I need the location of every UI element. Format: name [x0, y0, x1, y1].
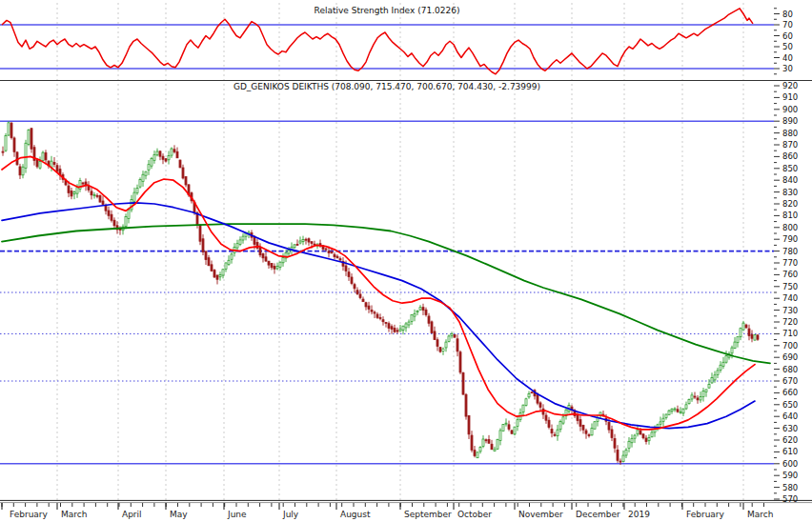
candle-body	[499, 431, 501, 441]
candle-body	[202, 239, 204, 252]
x-axis-label: August	[340, 510, 371, 519]
candle-body	[562, 417, 564, 423]
candle-body	[754, 334, 756, 340]
candle-body	[668, 411, 670, 414]
candle-body	[394, 329, 396, 332]
x-axis-label: February	[10, 510, 49, 519]
candle-body	[577, 415, 579, 420]
candle-body	[153, 154, 155, 160]
price-axis-label: 740	[782, 293, 798, 303]
x-axis-label: December	[576, 510, 620, 519]
candle-body	[334, 254, 335, 256]
candle-body	[145, 171, 147, 175]
candle-body	[551, 430, 553, 433]
candle-body	[171, 149, 173, 155]
x-axis-label: March	[747, 510, 773, 519]
candle-body	[700, 397, 701, 400]
price-axis-label: 860	[782, 151, 798, 161]
candle-body	[522, 405, 524, 412]
candle-body	[242, 236, 244, 240]
candle-body	[165, 159, 167, 161]
candle-body	[133, 192, 135, 201]
price-axis-label: 640	[782, 412, 798, 421]
candle-body	[68, 186, 70, 192]
candle-body	[136, 189, 138, 193]
candle-body	[474, 451, 476, 456]
candle-body	[139, 179, 141, 187]
candle-body	[434, 331, 436, 339]
candle-body	[216, 275, 218, 279]
candle-body	[491, 444, 493, 450]
rsi-axis-label: 40	[782, 53, 793, 63]
candle-body	[594, 422, 596, 430]
price-axis-label: 580	[782, 483, 798, 492]
candle-body	[5, 135, 7, 151]
candle-body	[22, 167, 24, 175]
candle-body	[294, 245, 295, 248]
rsi-axis-label: 70	[782, 20, 793, 30]
x-axis-label: November	[518, 510, 563, 519]
candle-body	[545, 415, 547, 420]
price-axis-label: 760	[782, 270, 798, 279]
rsi-line	[2, 9, 753, 74]
x-axis-label: April	[122, 510, 142, 519]
rsi-axis-label: 80	[782, 10, 793, 19]
candle-body	[579, 420, 581, 427]
candle-body	[345, 266, 347, 271]
candle-body	[213, 271, 215, 277]
candle-body	[537, 395, 538, 403]
candle-body	[8, 123, 10, 135]
price-axis-label: 710	[782, 329, 798, 338]
candle-body	[371, 311, 373, 312]
candle-body	[374, 312, 376, 313]
candle-body	[425, 310, 427, 314]
ma-line-MA-fast	[2, 156, 755, 429]
candle-body	[325, 249, 327, 250]
candle-body	[488, 439, 490, 443]
chart-canvas[interactable]: FebruaryMarchAprilMayJuneJulyAugustSepte…	[0, 0, 812, 522]
candle-body	[82, 183, 84, 184]
candle-body	[42, 152, 44, 161]
candle-body	[720, 365, 721, 370]
candle-body	[628, 441, 630, 448]
candle-body	[685, 405, 687, 409]
candle-body	[265, 257, 267, 261]
price-axis-label: 880	[782, 129, 798, 138]
candle-body	[356, 291, 358, 294]
candle-body	[525, 399, 527, 406]
candle-body	[585, 431, 587, 433]
candle-body	[222, 270, 224, 275]
candle-body	[259, 248, 261, 255]
candle-body	[39, 161, 41, 168]
candle-body	[702, 391, 704, 396]
candle-body	[645, 438, 647, 442]
candle-body	[642, 434, 644, 438]
candle-body	[465, 394, 467, 416]
candle-body	[734, 342, 736, 349]
price-axis-label: 620	[782, 435, 798, 445]
candle-body	[459, 352, 461, 372]
candle-body	[299, 241, 301, 243]
candle-body	[416, 311, 418, 311]
candle-body	[451, 333, 453, 335]
candle-body	[113, 220, 115, 226]
candle-body	[748, 329, 750, 335]
price-axis-label: 670	[782, 376, 798, 386]
candle-body	[714, 375, 716, 380]
candle-body	[205, 251, 207, 260]
candle-body	[288, 251, 290, 254]
candle-body	[351, 277, 353, 284]
candle-body	[399, 330, 401, 331]
x-axis-label: February	[686, 510, 725, 519]
candle-body	[308, 239, 310, 242]
rsi-axis-label: 60	[782, 31, 793, 41]
candle-body	[660, 422, 661, 424]
candle-body	[185, 177, 187, 185]
candle-body	[311, 242, 313, 244]
candle-body	[168, 156, 170, 160]
candle-body	[36, 160, 38, 167]
candle-body	[368, 306, 370, 309]
candle-body	[651, 432, 653, 437]
candle-body	[582, 426, 584, 431]
candle-body	[608, 422, 610, 430]
